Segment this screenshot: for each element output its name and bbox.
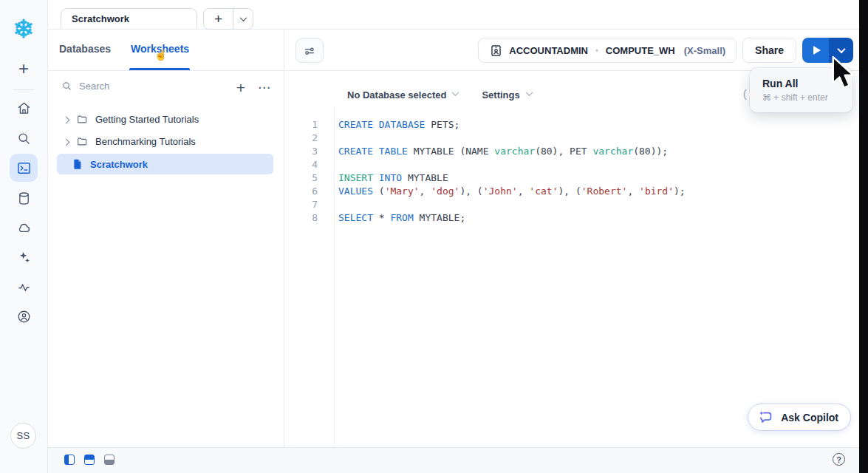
left-nav-rail: ❄ + SS xyxy=(0,0,48,473)
chevron-down-icon xyxy=(525,89,533,96)
line-number: 1 xyxy=(284,118,318,132)
settings-dropdown[interactable]: Settings xyxy=(482,89,531,101)
sliders-icon xyxy=(302,44,317,58)
code-line[interactable]: SELECT * FROM MYTABLE; xyxy=(338,211,859,225)
role-badge-icon xyxy=(489,44,503,58)
folder-icon xyxy=(76,135,89,148)
editor-code[interactable]: CREATE DATABASE PETS; CREATE TABLE MYTAB… xyxy=(338,118,859,225)
new-worksheet-button[interactable]: + xyxy=(231,78,250,98)
code-line[interactable] xyxy=(338,132,859,145)
line-number: 7 xyxy=(284,198,318,211)
tree-item-label: Getting Started Tutorials xyxy=(95,114,199,125)
role-name: ACCOUNTADMIN xyxy=(509,45,588,56)
tab-databases[interactable]: Databases xyxy=(59,43,111,55)
activity-nav-icon[interactable] xyxy=(10,273,38,301)
code-line[interactable]: INSERT INTO MYTABLE xyxy=(338,171,859,185)
tab-list-chevron-button[interactable] xyxy=(233,9,253,29)
database-selector-label: No Database selected xyxy=(347,89,446,101)
ai-sparkles-nav-icon[interactable] xyxy=(10,243,38,271)
sql-editor[interactable]: 12345678 CREATE DATABASE PETS; CREATE TA… xyxy=(284,106,859,447)
line-number: 6 xyxy=(284,185,318,198)
new-worksheet-tab-button[interactable]: + xyxy=(204,9,233,29)
copilot-sparkle-chat-icon xyxy=(757,409,774,426)
display-options-button[interactable] xyxy=(295,38,324,63)
cloud-nav-icon[interactable] xyxy=(10,214,38,242)
play-icon xyxy=(813,46,821,55)
line-number: 2 xyxy=(284,132,318,145)
chevron-right-icon[interactable] xyxy=(64,114,69,125)
settings-label: Settings xyxy=(482,89,519,101)
code-line[interactable]: VALUES ('Mary', 'dog'), ('John', 'cat'),… xyxy=(338,185,859,198)
screen-edge-strip xyxy=(859,0,868,473)
mouse-cursor-arrow xyxy=(830,56,857,93)
worksheets-nav-icon[interactable] xyxy=(10,154,38,182)
create-new-icon[interactable]: + xyxy=(13,59,34,80)
tree-item-worksheet-selected[interactable]: Scratchwork xyxy=(57,154,273,174)
share-button[interactable]: Share xyxy=(742,38,796,63)
gutter-divider xyxy=(334,106,335,447)
context-selector-button[interactable]: ACCOUNTADMIN • COMPUTE_WH (X-Small) xyxy=(478,38,737,63)
rail-divider xyxy=(13,89,35,90)
search-placeholder: Search xyxy=(79,81,109,92)
line-number: 5 xyxy=(284,171,318,185)
run-button[interactable] xyxy=(802,38,829,63)
dot-separator: • xyxy=(595,46,598,55)
warehouse-name: COMPUTE_WH xyxy=(606,45,675,56)
sidebar-search-row: Search + ⋯ xyxy=(48,78,284,99)
active-tab-underline xyxy=(129,68,190,70)
search-input[interactable]: Search xyxy=(61,81,109,92)
tab-scratchwork[interactable]: Scratchwork xyxy=(61,8,197,29)
layout-sidebar-toggle-icon[interactable] xyxy=(64,455,75,465)
worksheet-file-icon xyxy=(72,158,83,170)
admin-badge-nav-icon[interactable] xyxy=(10,302,38,330)
run-all-shortcut: ⌘ + shift + enter xyxy=(762,92,845,103)
tree-item-folder[interactable]: Getting Started Tutorials xyxy=(48,108,284,130)
folder-icon xyxy=(76,113,89,126)
chevron-down-icon xyxy=(837,45,845,53)
ask-copilot-label: Ask Copilot xyxy=(781,412,838,423)
code-line[interactable] xyxy=(338,198,859,211)
data-nav-icon[interactable] xyxy=(10,184,38,212)
layout-results-toggle-icon[interactable] xyxy=(104,455,115,465)
tree-item-label: Scratchwork xyxy=(90,159,148,170)
worksheet-tab-bar: Scratchwork + xyxy=(48,0,859,30)
code-line[interactable]: CREATE TABLE MYTABLE (NAME varchar(80), … xyxy=(338,145,859,158)
code-line[interactable]: CREATE DATABASE PETS; xyxy=(338,118,859,132)
sidebar: Databases Worksheets Search + ⋯ Getting … xyxy=(48,30,284,447)
worksheet-tree: Getting Started Tutorials Benchmarking T… xyxy=(48,108,284,174)
search-nav-icon[interactable] xyxy=(10,124,38,152)
tree-item-folder[interactable]: Benchmarking Tutorials xyxy=(48,130,284,152)
chevron-down-icon xyxy=(452,89,459,96)
tab-actions-group: + xyxy=(203,8,253,30)
bottom-status-bar: ? xyxy=(48,447,859,473)
toolbar-right-group: ACCOUNTADMIN • COMPUTE_WH (X-Small) Shar… xyxy=(478,38,853,63)
mouse-cursor-hand: ☝ xyxy=(154,49,167,61)
database-selector[interactable]: No Database selected xyxy=(347,89,458,101)
chevron-right-icon[interactable] xyxy=(64,136,69,147)
ask-copilot-button[interactable]: Ask Copilot xyxy=(748,404,851,431)
snowflake-logo-icon[interactable]: ❄ xyxy=(7,12,41,46)
worksheet-toolbar: ACCOUNTADMIN • COMPUTE_WH (X-Small) Shar… xyxy=(284,30,859,71)
line-number: 4 xyxy=(284,158,318,171)
line-number: 8 xyxy=(284,211,318,225)
line-number: 3 xyxy=(284,145,318,158)
search-icon xyxy=(61,81,72,92)
editor-gutter: 12345678 xyxy=(284,118,318,225)
user-avatar[interactable]: SS xyxy=(10,423,36,449)
more-options-icon[interactable]: ⋯ xyxy=(255,79,274,98)
warehouse-size: (X-Small) xyxy=(684,45,725,56)
layout-editor-toggle-icon[interactable] xyxy=(84,455,95,465)
home-icon[interactable] xyxy=(10,94,38,122)
code-line[interactable] xyxy=(338,158,859,171)
obscured-element-fragment: ( xyxy=(743,88,747,100)
tree-item-label: Benchmarking Tutorials xyxy=(95,136,196,147)
help-icon[interactable]: ? xyxy=(833,453,845,466)
